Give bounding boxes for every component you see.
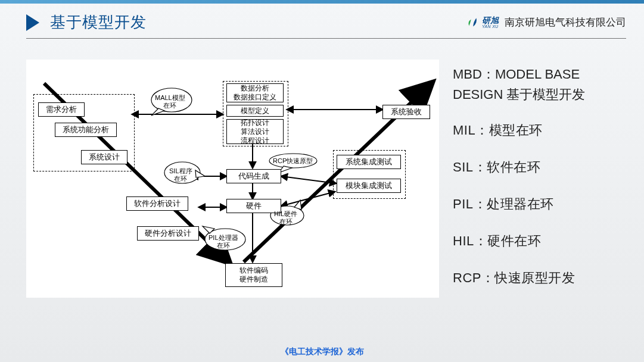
legend-item-mil: MIL：模型在环 — [453, 121, 629, 139]
legend-item-hil: HIL：硬件在环 — [453, 232, 629, 250]
callout-hil-label: HIL硬件 在环 — [274, 210, 297, 225]
legend-item-rcp: RCP：快速原型开发 — [453, 269, 629, 287]
callout-pil-label: PIL处理器 在环 — [209, 234, 238, 249]
box-req-analysis: 需求分析 — [38, 102, 85, 117]
title-triangle-icon — [26, 14, 42, 31]
box-mod-integ-test: 模块集成测试 — [337, 179, 401, 193]
legend-item-sil: SIL：软件在环 — [453, 158, 629, 176]
box-hardware: 硬件 — [226, 199, 281, 213]
logo-mark-icon — [466, 16, 480, 29]
title-block: 基于模型开发 — [26, 12, 147, 33]
footer-text: 《电工技术学报》发布 — [281, 347, 364, 356]
box-code-gen: 代码生成 — [226, 169, 281, 183]
slide: 基于模型开发 研旭 YAN XU 南京研旭电气科技有限公司 — [0, 0, 644, 362]
logo-en: YAN XU — [482, 24, 499, 29]
footer: 《电工技术学报》发布 — [0, 347, 644, 357]
legend-list: MIL：模型在环 SIL：软件在环 PIL：处理器在环 HIL：硬件在环 RCP… — [453, 121, 629, 287]
box-sys-design: 系统设计 — [81, 150, 127, 164]
header-divider — [26, 38, 626, 39]
callout-rcp-label: RCP快速原型 — [273, 157, 313, 165]
logo-zh: 研旭 — [482, 16, 499, 24]
box-topo-design: 拓扑设计 算法设计 流程设计 — [226, 119, 284, 144]
logo: 研旭 YAN XU — [466, 16, 499, 29]
legend-mbd: MBD：MODEL BASE DESIGN 基于模型开发 — [453, 64, 629, 105]
box-sys-func: 系统功能分析 — [55, 123, 117, 137]
svg-line-10 — [281, 192, 335, 206]
svg-marker-0 — [26, 14, 39, 31]
box-sys-integ-test: 系统集成测试 — [337, 155, 401, 169]
company-name: 南京研旭电气科技有限公司 — [505, 15, 626, 29]
box-data-def: 数据分析 数据接口定义 — [226, 83, 284, 102]
box-model-def: 模型定义 — [226, 105, 284, 117]
branding: 研旭 YAN XU 南京研旭电气科技有限公司 — [466, 15, 626, 29]
legend: MBD：MODEL BASE DESIGN 基于模型开发 MIL：模型在环 SI… — [453, 64, 629, 306]
legend-item-pil: PIL：处理器在环 — [453, 195, 629, 213]
callout-sil-label: SIL程序 在环 — [169, 167, 192, 182]
box-sw-analysis: 软件分析设计 — [126, 196, 188, 211]
slide-title: 基于模型开发 — [50, 12, 147, 33]
v-model-diagram: 需求分析 系统功能分析 系统设计 软件分析设计 硬件分析设计 数据分析 数据接口… — [26, 60, 439, 298]
callout-mall-label: MALL模型 在环 — [155, 94, 185, 109]
top-accent-bar — [0, 0, 644, 4]
slide-header: 基于模型开发 研旭 YAN XU 南京研旭电气科技有限公司 — [26, 12, 626, 33]
box-sw-code-hw-mfg: 软件编码 硬件制造 — [225, 263, 282, 287]
box-hw-analysis: 硬件分析设计 — [137, 226, 199, 241]
logo-text: 研旭 YAN XU — [482, 16, 499, 29]
box-sys-accept: 系统验收 — [382, 105, 430, 119]
